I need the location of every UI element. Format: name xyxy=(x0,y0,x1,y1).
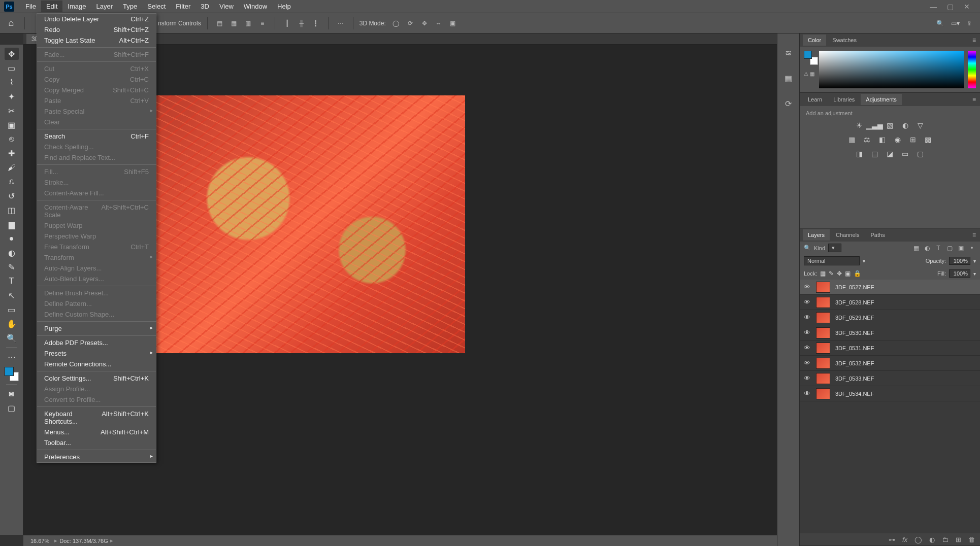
gradient-map-icon[interactable]: ▭ xyxy=(900,149,910,159)
align-center-icon[interactable]: ▦ xyxy=(228,17,240,29)
tab-channels[interactable]: Channels xyxy=(831,229,864,241)
tab-learn[interactable]: Learn xyxy=(803,94,827,105)
filter-smart-icon[interactable]: ▣ xyxy=(957,244,965,252)
menu-select[interactable]: Select xyxy=(142,1,171,12)
workspace-icon[interactable]: ▭▾ xyxy=(951,20,960,27)
quick-mask-icon[interactable]: ◙ xyxy=(5,388,19,400)
zoom-tool[interactable]: 🔍 xyxy=(5,332,19,344)
visibility-toggle[interactable]: 👁 xyxy=(804,283,811,291)
eyedropper-tool[interactable]: ⎋ xyxy=(5,133,19,145)
properties-icon[interactable]: ▦ xyxy=(782,72,795,84)
panel-menu-icon[interactable]: ≡ xyxy=(972,96,980,103)
hue-slider[interactable] xyxy=(968,51,976,88)
menu-layer[interactable]: Layer xyxy=(91,1,118,12)
filter-adjust-icon[interactable]: ◐ xyxy=(923,244,931,252)
filter-shape-icon[interactable]: ▢ xyxy=(945,244,954,252)
home-icon[interactable]: ⌂ xyxy=(4,16,18,30)
new-adjustment-icon[interactable]: ◐ xyxy=(929,536,935,543)
magic-wand-tool[interactable]: ✦ xyxy=(5,90,19,103)
photo-filter-icon[interactable]: ◉ xyxy=(893,134,903,145)
menu-item-adobe-pdf-presets[interactable]: Adobe PDF Presets... xyxy=(37,337,156,348)
fg-bg-color[interactable] xyxy=(5,367,19,381)
tab-swatches[interactable]: Swatches xyxy=(827,35,862,46)
close-icon[interactable]: ✕ xyxy=(964,3,970,11)
refresh-icon[interactable]: ⟳ xyxy=(782,97,795,110)
menu-item-undo-delete-layer[interactable]: Undo Delete LayerCtrl+Z xyxy=(37,14,156,24)
menu-window[interactable]: Window xyxy=(239,1,272,12)
slide-icon[interactable]: ↔ xyxy=(433,17,445,29)
zoom-value[interactable]: 16.67% xyxy=(27,537,52,545)
tab-adjustments[interactable]: Adjustments xyxy=(861,94,902,105)
lock-artboard-icon[interactable]: ▣ xyxy=(845,270,851,277)
menu-image[interactable]: Image xyxy=(62,1,91,12)
menu-item-preferences[interactable]: Preferences xyxy=(37,452,156,462)
layer-row[interactable]: 👁3DF_0534.NEF xyxy=(800,386,980,401)
new-group-icon[interactable]: 🗀 xyxy=(942,536,949,543)
share-icon[interactable]: ⇪ xyxy=(967,20,972,27)
exposure-icon[interactable]: ◐ xyxy=(900,120,910,130)
type-tool[interactable]: T xyxy=(5,275,19,287)
maximize-icon[interactable]: ▢ xyxy=(947,3,954,11)
filter-toggle-icon[interactable]: • xyxy=(968,244,976,252)
visibility-toggle[interactable]: 👁 xyxy=(804,344,811,352)
align-right-icon[interactable]: ▥ xyxy=(242,17,254,29)
visibility-toggle[interactable]: 👁 xyxy=(804,390,811,397)
marquee-tool[interactable]: ▭ xyxy=(5,62,19,74)
selective-color-icon[interactable]: ▢ xyxy=(916,149,926,159)
lasso-tool[interactable]: ⌇ xyxy=(5,76,19,88)
visibility-toggle[interactable]: 👁 xyxy=(804,374,811,382)
add-mask-icon[interactable]: ◯ xyxy=(914,536,922,543)
minimize-icon[interactable]: — xyxy=(930,3,937,11)
dist-top-icon[interactable]: ┃ xyxy=(281,17,293,29)
menu-item-remote-connections[interactable]: Remote Connections... xyxy=(37,359,156,369)
tab-color[interactable]: Color xyxy=(803,35,826,46)
frame-tool[interactable]: ▣ xyxy=(5,119,19,131)
pan-icon[interactable]: ✥ xyxy=(418,17,431,29)
layer-row[interactable]: 👁3DF_0528.NEF xyxy=(800,295,980,310)
menu-3d[interactable]: 3D xyxy=(195,1,214,12)
layer-row[interactable]: 👁3DF_0531.NEF xyxy=(800,340,980,356)
menu-filter[interactable]: Filter xyxy=(171,1,195,12)
history-icon[interactable]: ≋ xyxy=(782,47,795,59)
layer-row[interactable]: 👁3DF_0530.NEF xyxy=(800,325,980,340)
lock-position-icon[interactable]: ✥ xyxy=(837,270,842,277)
menu-item-color-settings[interactable]: Color Settings...Shift+Ctrl+K xyxy=(37,373,156,384)
lock-all-icon[interactable]: 🔒 xyxy=(854,270,861,277)
blend-mode-select[interactable]: Normal xyxy=(804,256,860,265)
menu-item-redo[interactable]: RedoShift+Ctrl+Z xyxy=(37,24,156,35)
fg-bg-swatch[interactable] xyxy=(804,51,815,62)
balance-icon[interactable]: ⚖ xyxy=(862,134,872,145)
tab-paths[interactable]: Paths xyxy=(866,229,890,241)
layer-fx-icon[interactable]: fx xyxy=(902,536,907,543)
tab-layers[interactable]: Layers xyxy=(803,229,830,241)
levels-icon[interactable]: ▁▃▅ xyxy=(870,120,880,130)
panel-menu-icon[interactable]: ≡ xyxy=(972,231,980,238)
filter-type-icon[interactable]: T xyxy=(934,244,942,252)
opacity-input[interactable]: 100% xyxy=(949,257,970,265)
clone-tool[interactable]: ⎌ xyxy=(5,176,19,188)
healing-tool[interactable]: ✚ xyxy=(5,147,19,159)
blur-tool[interactable]: ● xyxy=(5,232,19,245)
lock-paint-icon[interactable]: ✎ xyxy=(829,270,834,277)
menu-item-toggle-last-state[interactable]: Toggle Last StateAlt+Ctrl+Z xyxy=(37,35,156,46)
panel-menu-icon[interactable]: ≡ xyxy=(972,37,980,44)
threshold-icon[interactable]: ◪ xyxy=(885,149,895,159)
crop-tool[interactable]: ✂ xyxy=(5,105,19,117)
lookup-icon[interactable]: ▩ xyxy=(923,134,933,145)
orbit-icon[interactable]: ◯ xyxy=(390,17,402,29)
menu-item-presets[interactable]: Presets xyxy=(37,348,156,359)
new-layer-icon[interactable]: ⊞ xyxy=(956,536,961,543)
bw-icon[interactable]: ◧ xyxy=(877,134,888,145)
delete-layer-icon[interactable]: 🗑 xyxy=(968,536,975,543)
fill-input[interactable]: 100% xyxy=(949,269,970,278)
gradient-tool[interactable]: ▆ xyxy=(5,218,19,230)
menu-item-toolbar[interactable]: Toolbar... xyxy=(37,437,156,448)
layer-row[interactable]: 👁3DF_0532.NEF xyxy=(800,356,980,371)
roll-icon[interactable]: ⟳ xyxy=(404,17,416,29)
move-tool[interactable]: ✥ xyxy=(5,48,19,60)
camera-icon[interactable]: ▣ xyxy=(447,17,459,29)
menu-help[interactable]: Help xyxy=(272,1,296,12)
align-stretch-icon[interactable]: ≡ xyxy=(256,17,269,29)
visibility-toggle[interactable]: 👁 xyxy=(804,314,811,321)
chevron-right-icon[interactable]: ▸ xyxy=(54,537,57,544)
